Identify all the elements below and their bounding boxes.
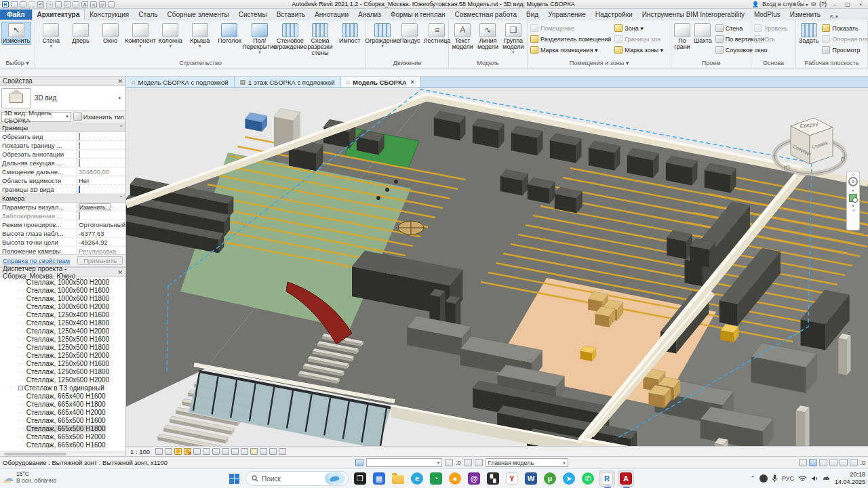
ribbon-tab-сталь[interactable]: Сталь xyxy=(134,9,162,20)
tree-item-row[interactable]: ····Стеллаж, 665x500 H1800 xyxy=(0,424,125,432)
ribbon-tab-системы[interactable]: Системы xyxy=(234,9,272,20)
property-value[interactable] xyxy=(77,186,125,193)
taskbar-app-utorrent[interactable]: µ xyxy=(542,470,558,487)
undo-icon[interactable]: ↶ xyxy=(37,1,44,7)
tree-item-label[interactable]: Стеллаж, 1250x400 H1800 xyxy=(26,319,110,327)
edit-type-button[interactable]: Изменить тип xyxy=(73,113,124,121)
дверь-button[interactable]: Дверь xyxy=(66,22,96,45)
gray-inactive-worksets-icon[interactable] xyxy=(445,459,453,466)
quick-access-toolbar[interactable]: R ↶ ↷ ⟋ A ⌂ ◇ xyxy=(0,1,115,7)
tree-item-label[interactable]: Стеллаж, 665x500 H2000 xyxy=(26,433,106,441)
hidden-icons-chevron[interactable]: ⌃ xyxy=(750,475,755,482)
shadows-icon[interactable] xyxy=(193,448,201,455)
checkbox[interactable] xyxy=(79,159,80,167)
taskbar-app-whatsapp[interactable]: ✆ xyxy=(580,470,596,487)
visual-style-icon[interactable] xyxy=(165,448,172,455)
close-icon[interactable]: ✕ xyxy=(117,269,123,276)
property-value[interactable]: -6377,63 xyxy=(77,230,125,237)
ограждение-button[interactable]: Ограждение▾ xyxy=(368,22,397,49)
taskbar-app-green-app[interactable]: ◔ xyxy=(428,470,444,487)
unlocked-view-icon[interactable] xyxy=(231,448,239,455)
navbar-handle[interactable] xyxy=(852,209,854,211)
exclude-options-icon[interactable] xyxy=(799,459,807,466)
drawing-area[interactable]: Ю В Сверху Спереди Справа ▾ xyxy=(126,88,868,446)
импост-button[interactable]: Импост xyxy=(335,22,364,45)
стена-button[interactable]: Стена▾ xyxy=(37,22,66,49)
sync-icon[interactable] xyxy=(28,1,35,7)
текст-модели-button[interactable]: AТекст модели xyxy=(450,22,475,51)
изменить-button[interactable]: ↖Изменить xyxy=(1,22,31,45)
checkbox[interactable] xyxy=(79,212,80,220)
checkbox[interactable] xyxy=(79,133,80,140)
лестница-button[interactable]: ≡Лестница xyxy=(422,22,452,45)
taskbar-app-instagram[interactable]: @ xyxy=(466,470,482,487)
tree-item-row[interactable]: ····Стеллаж, 1250x600 H1800 xyxy=(0,367,125,375)
tree-item-row[interactable]: ····Стеллаж, 1250x600 H2000 xyxy=(0,375,125,384)
tree-item-row[interactable]: ····Стеллаж, 1000x600 H2000 xyxy=(0,302,125,310)
taskbar-app-edge[interactable]: e xyxy=(409,470,425,487)
viewcube-cube[interactable]: Сверху Спереди Справа xyxy=(791,118,833,164)
tree-item-row[interactable]: ····Стеллаж, 665x500 H1600 xyxy=(0,416,125,424)
tree-item-row[interactable]: ····Стеллаж, 1250x500 H2000 xyxy=(0,351,125,359)
tree-item-label[interactable]: Стеллаж, 1250x600 H1600 xyxy=(26,360,110,367)
view-tab[interactable]: ⌂Модель СБОРКА с подложкой xyxy=(126,77,235,87)
steering-wheel-icon[interactable] xyxy=(848,177,858,186)
tree-item-label[interactable]: Стеллаж, 665x400 H1600 xyxy=(26,392,106,400)
revit-logo-icon[interactable]: R xyxy=(2,1,9,7)
крыша-button[interactable]: Крыша▾ xyxy=(186,22,215,49)
tree-item-row[interactable]: ····Стеллаж, 1250x500 H1800 xyxy=(0,343,125,351)
worksets-dialog-icon[interactable] xyxy=(464,459,472,466)
close-icon[interactable]: ✕ xyxy=(117,78,123,85)
потолок-button[interactable]: Потолок xyxy=(215,22,244,45)
collapse-icon[interactable]: ⌃ xyxy=(119,125,123,131)
просмотр-button[interactable]: Просмотр xyxy=(821,45,868,55)
property-value[interactable]: Регулировка xyxy=(77,247,125,255)
пандус-button[interactable]: Пандус xyxy=(398,22,422,45)
taskbar-app-autocad[interactable]: A xyxy=(618,470,634,487)
ribbon-tab-формы-и-генплан[interactable]: Формы и генплан xyxy=(386,9,450,20)
tree-item-label[interactable]: Стеллаж, 1250x500 H1600 xyxy=(26,336,110,343)
property-section-камера[interactable]: Камера⌃ xyxy=(0,194,125,203)
taskbar-app-store[interactable]: ▦ xyxy=(371,470,387,487)
taskbar-app-explorer[interactable] xyxy=(390,470,406,487)
tree-item-label[interactable]: Стеллаж, 665x600 H1600 xyxy=(26,441,106,449)
ribbon-tab-вид[interactable]: Вид xyxy=(521,9,543,20)
sign-in-button[interactable]: Вход в службы▾ xyxy=(762,1,808,7)
tree-item-row[interactable]: ····Стеллаж, 665x400 H2000 xyxy=(0,408,125,416)
схема-разрезки-стены-button[interactable]: Схема разрезки стены xyxy=(306,22,335,58)
taskbar-app-yandex-browser[interactable]: ● xyxy=(447,470,463,487)
worksharing-display-icon[interactable] xyxy=(269,448,277,455)
checkbox[interactable] xyxy=(79,142,80,149)
tree-item-row[interactable]: ····Стеллаж, 1000x500 H2000 xyxy=(0,278,125,286)
search-box[interactable]: Поиск xyxy=(245,471,349,486)
линия-модели-button[interactable]: ∿Линия модели xyxy=(475,22,500,51)
speaker-icon[interactable] xyxy=(811,475,818,482)
tree-item-label[interactable]: Стеллаж, 1000x600 H1600 xyxy=(26,287,110,294)
tree-item-row[interactable]: ····Стеллаж, 665x600 H1600 xyxy=(0,441,125,449)
tree-item-row[interactable]: ····Стеллаж, 665x400 H1600 xyxy=(0,392,125,400)
select-pinned-icon[interactable] xyxy=(829,459,837,466)
ribbon-tab-анализ[interactable]: Анализ xyxy=(353,9,386,20)
по-грани-button[interactable]: По грани xyxy=(673,22,692,51)
press-drag-icon[interactable] xyxy=(809,459,817,466)
колонна-button[interactable]: Колонна▾ xyxy=(156,22,185,49)
collapse-icon[interactable]: ⌃ xyxy=(119,195,123,201)
tree-item-row[interactable]: ····Стеллаж, 1250x400 H1800 xyxy=(0,319,125,327)
thin-lines-icon[interactable] xyxy=(108,1,115,7)
tree-item-label[interactable]: Стеллаж, 665x500 H1600 xyxy=(26,417,106,424)
шахта-button[interactable]: Шахта xyxy=(692,22,713,45)
navigation-bar[interactable]: ▾ ▾ xyxy=(846,171,860,230)
ribbon-tab-совместная-работа[interactable]: Совместная работа xyxy=(450,9,522,20)
tree-item-row[interactable]: ····Стеллаж, 1000x600 H1600 xyxy=(0,286,125,294)
checkbox[interactable] xyxy=(79,150,80,158)
tray-app-icon[interactable] xyxy=(760,474,768,483)
tree-item-row[interactable]: ····Стеллаж, 665x400 H1800 xyxy=(0,400,125,408)
open-icon[interactable] xyxy=(11,1,18,7)
разделитель-помещений-button[interactable]: Разделитель помещений xyxy=(529,34,612,44)
temporary-hide-icon[interactable] xyxy=(241,448,248,455)
onedrive-icon[interactable] xyxy=(823,475,831,482)
microphone-icon[interactable] xyxy=(772,474,778,483)
ribbon-tab-изменить[interactable]: Изменить xyxy=(785,9,825,20)
tag-icon[interactable] xyxy=(73,1,79,7)
sun-off-icon[interactable] xyxy=(184,448,191,455)
